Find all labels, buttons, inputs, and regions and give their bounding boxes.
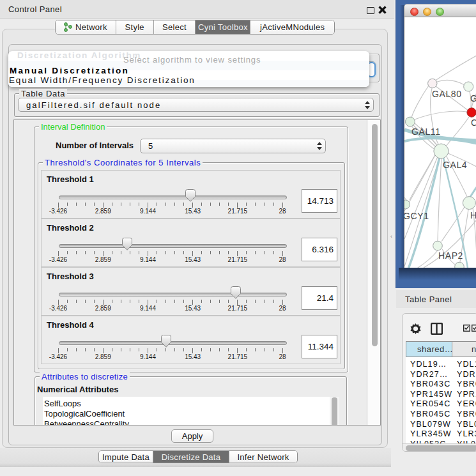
svg-text:GAL11: GAL11 xyxy=(411,127,441,137)
svg-text:C: C xyxy=(471,118,476,128)
svg-text:H: H xyxy=(470,210,476,220)
svg-text:GAL80: GAL80 xyxy=(432,89,462,99)
svg-text:GAL4: GAL4 xyxy=(443,160,467,170)
svg-text:GA: GA xyxy=(470,93,476,104)
svg-text:HAP2: HAP2 xyxy=(438,250,463,261)
svg-text:GCY1: GCY1 xyxy=(404,211,429,221)
